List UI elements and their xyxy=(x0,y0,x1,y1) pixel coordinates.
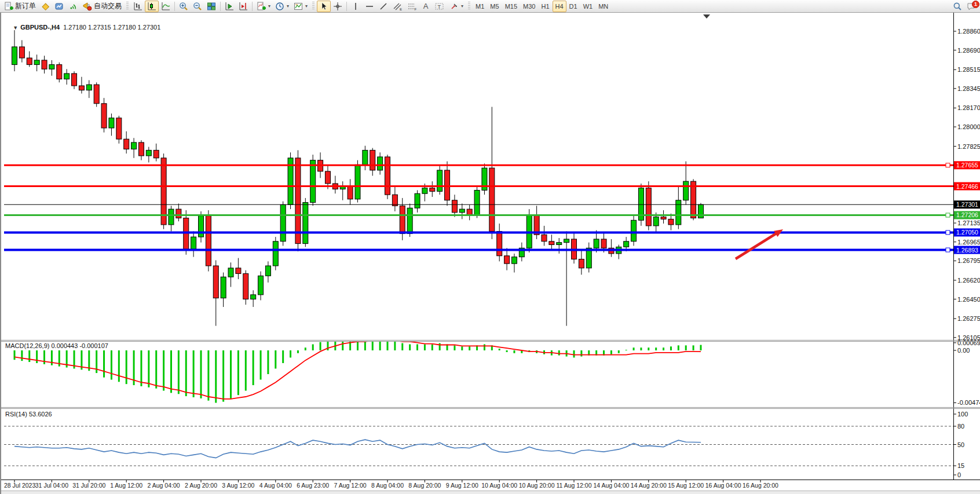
candle xyxy=(265,266,270,276)
auto-scroll-button[interactable] xyxy=(222,1,236,12)
timeframe-m30[interactable]: M30 xyxy=(520,1,538,12)
candle xyxy=(303,203,308,244)
fibonacci-tool[interactable]: F xyxy=(405,1,419,12)
signals-button[interactable] xyxy=(66,1,80,12)
candle xyxy=(579,259,584,268)
toolbar-grip[interactable] xyxy=(126,2,129,10)
timeframe-m5[interactable]: M5 xyxy=(487,1,502,12)
crosshair-tool-button[interactable] xyxy=(331,1,345,12)
price-axis[interactable] xyxy=(952,13,980,480)
candle xyxy=(153,150,159,158)
timeframe-buttons: M1M5M15M30H1H4D1W1MN xyxy=(473,1,611,12)
zoom-out-icon xyxy=(193,2,202,11)
time-axis[interactable] xyxy=(1,480,952,491)
notifications-button[interactable]: 1 xyxy=(964,1,978,12)
periods-dropdown[interactable]: ▾ xyxy=(273,1,291,12)
candle xyxy=(57,65,62,79)
templates-dropdown[interactable]: ▾ xyxy=(291,1,310,12)
candle xyxy=(661,217,666,219)
timeframe-d1[interactable]: D1 xyxy=(566,1,580,12)
candle xyxy=(437,170,443,191)
text-tool[interactable]: A xyxy=(419,1,432,12)
label-tool[interactable]: T xyxy=(432,1,447,12)
candle xyxy=(169,209,174,225)
candle xyxy=(392,195,397,206)
arrows-dropdown[interactable]: ▾ xyxy=(447,1,466,12)
timeframe-m15[interactable]: M15 xyxy=(502,1,520,12)
channel-tool[interactable]: E xyxy=(390,1,405,12)
ohlc-values: 1.27180 1.27315 1.27180 1.27301 xyxy=(63,24,160,31)
chart-window[interactable]: 1.276551.274661.273011.272061.270501.268… xyxy=(0,13,980,494)
candle xyxy=(176,209,181,218)
profiles-button[interactable] xyxy=(52,1,66,12)
candle xyxy=(34,60,39,65)
timeframe-w1[interactable]: W1 xyxy=(580,1,596,12)
line-handle[interactable] xyxy=(946,163,950,167)
candle xyxy=(378,157,383,170)
candle xyxy=(295,158,301,244)
autotrading-button[interactable]: 自动交易 xyxy=(80,1,124,12)
chart-collapse-icon[interactable]: ▼ xyxy=(13,25,18,31)
vertical-line-tool[interactable] xyxy=(349,1,363,12)
trendline-icon xyxy=(379,2,388,11)
candle xyxy=(258,276,264,295)
search-button[interactable] xyxy=(950,1,964,12)
new-order-label: 新订单 xyxy=(15,1,36,11)
toolbar-grip[interactable] xyxy=(468,2,470,10)
candle xyxy=(191,237,196,249)
zoom-out-button[interactable] xyxy=(191,1,204,12)
shift-marker-layer[interactable] xyxy=(703,14,710,19)
timeframe-h4[interactable]: H4 xyxy=(553,1,566,12)
candle xyxy=(79,86,84,90)
timeframe-mn[interactable]: MN xyxy=(595,1,611,12)
candle xyxy=(236,268,241,274)
fibonacci-icon: F xyxy=(407,2,417,11)
candle xyxy=(138,142,144,156)
toolbar-grip[interactable] xyxy=(312,2,315,10)
autotrading-label: 自动交易 xyxy=(94,1,122,11)
line-handle[interactable] xyxy=(946,248,950,252)
zoom-in-button[interactable] xyxy=(177,1,191,12)
line-handle[interactable] xyxy=(946,230,950,235)
new-order-icon xyxy=(4,2,13,11)
chevron-down-icon: ▾ xyxy=(461,3,463,9)
line-chart-button[interactable] xyxy=(159,1,173,12)
rsi-layer xyxy=(4,426,953,466)
chart-shift-marker[interactable] xyxy=(703,14,710,19)
indicators-dropdown[interactable]: ▾ xyxy=(254,1,273,12)
candle xyxy=(251,295,256,299)
candle xyxy=(280,204,286,241)
chart-frame xyxy=(1,13,980,480)
bar-chart-button[interactable] xyxy=(131,1,145,12)
candle xyxy=(676,200,681,225)
candle xyxy=(19,47,24,58)
candle xyxy=(646,188,651,226)
indicators-icon xyxy=(257,2,266,11)
candle xyxy=(683,181,689,200)
label-tool-icon: T xyxy=(434,2,445,11)
timeframe-h1[interactable]: H1 xyxy=(538,1,552,12)
arrow-annotation[interactable] xyxy=(736,229,783,259)
cursor-tool-button[interactable] xyxy=(317,1,331,12)
candle xyxy=(422,188,427,194)
candle xyxy=(698,204,703,218)
chart-shift-button[interactable] xyxy=(236,1,250,12)
candlestick-icon xyxy=(147,2,156,11)
line-handle[interactable] xyxy=(946,213,950,217)
tile-windows-button[interactable] xyxy=(204,1,218,12)
new-order-button[interactable]: 新订单 xyxy=(2,1,38,12)
candle xyxy=(542,235,547,241)
candle xyxy=(325,171,330,184)
trendline-tool[interactable] xyxy=(376,1,390,12)
candle xyxy=(668,219,674,225)
chart-canvas[interactable]: 1.276551.274661.273011.272061.270501.268… xyxy=(1,13,980,494)
timeframe-m1[interactable]: M1 xyxy=(473,1,487,12)
candlestick-chart-button[interactable] xyxy=(145,1,159,12)
horizontal-line-icon xyxy=(365,2,374,11)
candle xyxy=(109,118,114,128)
candle xyxy=(42,60,47,69)
candle xyxy=(213,266,218,298)
horizontal-line-tool[interactable] xyxy=(363,1,376,12)
candle xyxy=(243,273,248,299)
new-chart-button[interactable] xyxy=(38,1,52,12)
